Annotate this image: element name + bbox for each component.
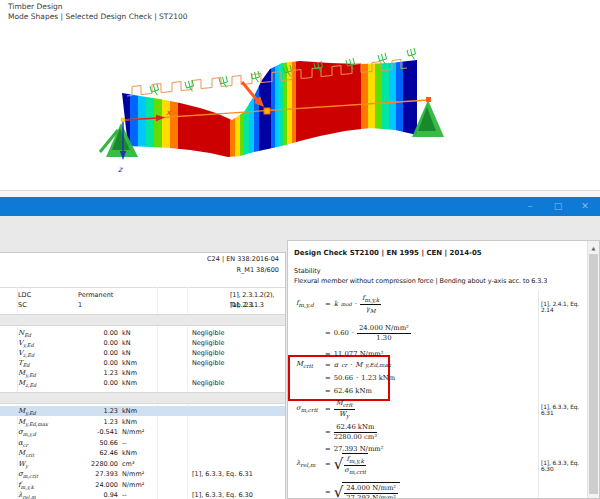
axis-z-label: z [118, 165, 123, 174]
scrollbar[interactable]: ▲ [587, 241, 599, 498]
cross-section-label: R_M1 38/600 [237, 266, 279, 274]
row-ref: [1], 2.3.1.3 [230, 300, 264, 310]
row-unit: kN [122, 338, 131, 348]
row-label: LDC [18, 290, 31, 300]
row-value: 62.46 [20, 448, 118, 458]
check-description: Flexural member without compression forc… [294, 277, 547, 285]
panel-title: Design Check ST2100 | EN 1995 | CEN | 20… [294, 249, 482, 257]
app-window: Timber Design Mode Shapes | Selected Des… [0, 0, 600, 499]
row-value: 1.23 [20, 417, 118, 427]
formula-mcrit-line3: =62.46 kNm [296, 382, 372, 400]
row-value: 1 [78, 300, 82, 310]
row-unit: kN [122, 328, 131, 338]
table-row[interactable]: Wy 2280.00 cm³ [0, 459, 285, 469]
results-table[interactable]: C24 | EN 338:2016-04 R_M1 38/600 LDC Per… [0, 252, 286, 499]
section-gap [0, 314, 285, 326]
row-value: 24.000 [20, 480, 118, 490]
row-value: Permanent [78, 290, 113, 300]
table-row[interactable]: SC 1 [1], 2.3.1.3 [0, 300, 285, 310]
formula-fmyd-line1: fm,y,d = kmod · fm,y,kγM [296, 295, 381, 313]
reference-label: [1], 6.3.3, Eq. 6.31 [541, 404, 587, 416]
table-row[interactable]: Vz,Ed 0.00 kN Negligible [0, 348, 285, 358]
row-unit: kNm [122, 406, 137, 416]
table-row-selected[interactable]: My,Ed 1.23 kNm [0, 406, 285, 416]
row-ref: [1], 6.3.3, Eq. 6.30 [192, 490, 253, 499]
maximize-button[interactable]: □ [546, 197, 570, 216]
formula-lambda-line1: λrel,m = √fm,y,kσm,crit [296, 453, 368, 475]
row-value: 0.00 [20, 338, 118, 348]
mode-shape-graphic: x z [0, 0, 600, 190]
formula-fmyd-line2: = 0.60· 24.000 N/mm²1.30 [296, 324, 411, 342]
material-label: C24 | EN 338:2016-04 [207, 255, 279, 263]
row-value: 0.94 [20, 490, 118, 499]
row-unit: -- [122, 438, 127, 448]
section-gap [0, 392, 285, 404]
scroll-thumb[interactable] [589, 254, 598, 494]
row-unit: -- [122, 490, 127, 499]
stability-heading: Stability [294, 267, 321, 275]
viewport-3d[interactable]: x z [0, 0, 600, 190]
row-ref: [1], 6.3.3, Eq. 6.31 [192, 469, 253, 479]
workspace: C24 | EN 338:2016-04 R_M1 38/600 LDC Per… [0, 216, 600, 499]
pane-divider [0, 190, 600, 197]
table-row[interactable]: NEd 0.00 kN Negligible [0, 328, 285, 338]
row-unit: cm³ [122, 459, 135, 469]
row-unit: kNm [122, 358, 137, 368]
row-unit: kNm [122, 368, 137, 378]
table-row[interactable]: Mz,Ed 0.00 kNm Negligible [0, 378, 285, 388]
table-row[interactable]: αcr 50.66 -- [0, 438, 285, 448]
row-unit: N/mm² [122, 469, 144, 479]
row-note: Negligible [192, 348, 224, 358]
design-check-panel[interactable]: Design Check ST2100 | EN 1995 | CEN | 20… [287, 240, 600, 499]
row-note: Negligible [192, 338, 224, 348]
view-subtitle: Mode Shapes | Selected Design Check | ST… [8, 12, 187, 22]
minimize-button[interactable]: – [518, 197, 542, 216]
row-unit: N/mm² [122, 480, 144, 490]
table-divider [0, 287, 285, 288]
row-value: 0.00 [20, 328, 118, 338]
scroll-up-button[interactable]: ▲ [588, 241, 599, 254]
table-row[interactable]: My,Ed,max 1.23 kNm [0, 417, 285, 427]
node-marker[interactable] [264, 108, 270, 114]
row-note: Negligible [192, 328, 224, 338]
row-unit: N/mm² [122, 427, 144, 437]
formula-lambda-line2: = √24.000 N/mm²27.393 N/mm² [296, 481, 400, 499]
formula-sigmacrit-line1: σm,crit = McritWy [296, 400, 355, 418]
table-row[interactable]: LDC Permanent [1], 2.3.1.2(2), Tab. 2.1 [0, 290, 285, 300]
table-row[interactable]: σm,y,d -0.541 N/mm² [0, 427, 285, 437]
row-value: 0.00 [20, 348, 118, 358]
row-label: SC [18, 300, 27, 310]
row-value: 1.23 [20, 368, 118, 378]
row-unit: kNm [122, 448, 137, 458]
reference-divider [538, 291, 539, 498]
row-value: 0.00 [20, 378, 118, 388]
row-unit: kN [122, 348, 131, 358]
row-value: 50.66 [20, 438, 118, 448]
end-node-marker [426, 97, 431, 102]
row-value: 2280.00 [20, 459, 118, 469]
table-row[interactable]: λrel,m 0.94 -- [1], 6.3.3, Eq. 6.30 [0, 490, 285, 499]
table-row[interactable]: fm,y,k 24.000 N/mm² [0, 480, 285, 490]
row-value: -0.541 [20, 427, 118, 437]
titlebar[interactable]: – □ ✕ [0, 197, 600, 216]
close-button[interactable]: ✕ [573, 197, 597, 216]
reference-label: [1], 6.3.3, Eq. 6.30 [541, 460, 587, 472]
row-note: Negligible [192, 378, 224, 388]
row-note: Negligible [192, 358, 224, 368]
table-row[interactable]: Mcrit 62.46 kNm [0, 448, 285, 458]
view-caption: Timber Design Mode Shapes | Selected Des… [8, 2, 187, 22]
row-value: 27.393 [20, 469, 118, 479]
formula-sigmacrit-line2: = 62.46 kNm2280.00 cm³ [296, 423, 377, 441]
table-row[interactable]: Vy,Ed 0.00 kN Negligible [0, 338, 285, 348]
table-row[interactable]: TEd 0.00 kNm Negligible [0, 358, 285, 368]
row-unit: kNm [122, 378, 137, 388]
row-value: 1.23 [20, 406, 118, 416]
reference-label: [1], 2.4.1, Eq. 2.14 [541, 301, 587, 313]
table-row[interactable]: My,Ed 1.23 kNm [0, 368, 285, 378]
row-unit: kNm [122, 417, 137, 427]
table-row[interactable]: σm,crit 27.393 N/mm² [1], 6.3.3, Eq. 6.3… [0, 469, 285, 479]
module-title: Timber Design [8, 2, 187, 12]
row-value: 0.00 [20, 358, 118, 368]
